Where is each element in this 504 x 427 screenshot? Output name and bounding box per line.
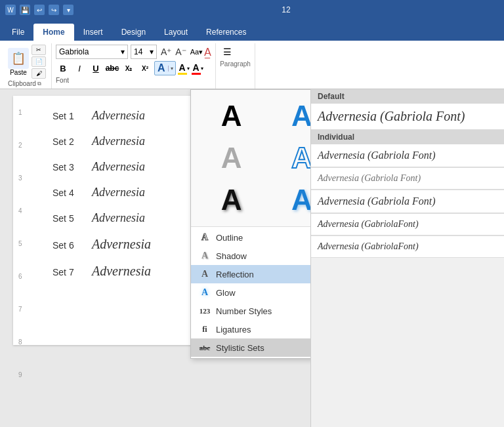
menu-item-reflection[interactable]: A Reflection [191, 265, 310, 283]
document-area: 1 2 3 4 5 6 7 8 9 Set 1 Advernesia Set 2… [0, 89, 310, 427]
effect-a-gray: A [221, 142, 242, 174]
font-row1: Gabriola ▾ 14 ▾ A⁺ A⁻ Aa▾ A̲ [56, 45, 211, 59]
tab-file[interactable]: File [3, 24, 33, 41]
tab-design[interactable]: Design [112, 24, 155, 41]
individual-preview-item-2: Advernesia (Gabriola Font) [311, 190, 504, 213]
menu-item-reflection-label: Reflection [216, 270, 254, 279]
font-case-buttons: Aa▾ A̲ [190, 46, 211, 58]
superscript-button[interactable]: X² [138, 61, 152, 75]
margin-numbers: 1 2 3 4 5 6 7 8 9 [18, 109, 22, 404]
font-color-button[interactable]: A ▾ [192, 62, 203, 75]
set-label-7: Set 7 [52, 267, 79, 277]
tab-references[interactable]: References [197, 24, 255, 41]
font-color-indicator: A [192, 62, 201, 75]
effect-a-blue: A [291, 100, 310, 132]
clipboard-label: Clipboard ⧉ [8, 79, 46, 89]
menu-item-glow-label: Glow [216, 288, 236, 298]
increase-font-size-button[interactable]: A⁺ [159, 47, 173, 57]
effect-cell-black-fill[interactable]: A [198, 96, 265, 136]
individual-preview-text-1: Advernesia (Gabriola Font) [318, 173, 497, 184]
doc-text-2: Advernesia [92, 134, 145, 148]
number-styles-icon: 123 [199, 305, 211, 317]
effect-cell-blue-shadow[interactable]: A [268, 180, 310, 220]
underline-button[interactable]: U [89, 61, 103, 75]
customize-icon[interactable]: ▾ [63, 5, 74, 15]
margin-num-6: 6 [18, 273, 22, 306]
font-section-label: Font [56, 77, 211, 84]
margin-num-4: 4 [18, 207, 22, 240]
paragraph-buttons-row1: ☰ [220, 45, 251, 59]
menu-item-stylistic-sets[interactable]: abc Stylistic Sets ▶ [191, 338, 310, 357]
menu-item-number-styles[interactable]: 123 Number Styles [191, 302, 310, 320]
undo-icon[interactable]: ↩ [34, 5, 45, 15]
clipboard-small-buttons: ✂ 📄 🖌 [32, 45, 46, 79]
effect-a-black: A [221, 100, 242, 132]
individual-preview-item-3: Advernesia (GabriolaFont) [311, 214, 504, 235]
menu-item-ligatures-label: Ligatures [216, 325, 251, 335]
font-size-dropdown[interactable]: 14 ▾ [131, 45, 157, 59]
font-color-arrow: ▾ [201, 66, 203, 71]
font-size-value: 14 [134, 47, 142, 56]
margin-num-8: 8 [18, 338, 22, 371]
clipboard-section: 📋 Paste ✂ 📄 🖌 Clipboard ⧉ [3, 43, 52, 89]
outline-icon: A [199, 232, 211, 243]
paste-icon: 📋 [8, 48, 29, 69]
format-painter-button[interactable]: 🖌 [32, 68, 46, 79]
individual-preview-text-4: Advernesia (GabriolaFont) [318, 241, 497, 252]
effect-cell-gray[interactable]: A [198, 138, 265, 178]
highlight-color-indicator: A [178, 62, 187, 75]
paste-label: Paste [10, 69, 27, 76]
individual-preview-text-2: Advernesia (Gabriola Font) [318, 195, 497, 207]
decrease-font-size-button[interactable]: A⁻ [174, 47, 187, 57]
text-effects-arrow: ▾ [168, 66, 175, 71]
bullets-button[interactable]: ☰ [220, 45, 234, 59]
glow-icon: A [199, 287, 211, 298]
clear-formatting-button[interactable]: A̲ [204, 46, 211, 58]
default-preview-item: Advernesia (Gabriola Font) [311, 104, 504, 130]
menu-item-outline-label: Outline [216, 233, 243, 243]
strikethrough-button[interactable]: abc [105, 61, 119, 75]
menu-item-shadow[interactable]: A Shadow [191, 247, 310, 265]
font-row2: B I U abc X₂ X² A ▾ A ▾ A [56, 61, 211, 75]
word-icon: W [5, 5, 16, 15]
effect-cell-black-shadow[interactable]: A [198, 180, 265, 220]
tab-insert[interactable]: Insert [74, 24, 112, 41]
default-preview-text: Advernesia (Gabriola Font) [318, 109, 497, 124]
font-name-dropdown[interactable]: Gabriola ▾ [56, 45, 128, 59]
shadow-icon: A [199, 250, 211, 262]
reflection-icon: A [199, 268, 211, 280]
change-case-button[interactable]: Aa▾ [190, 48, 203, 56]
menu-item-outline[interactable]: A Outline [191, 228, 310, 247]
set-label-6: Set 6 [52, 240, 79, 251]
save-icon[interactable]: 💾 [20, 5, 30, 15]
menu-item-glow[interactable]: A Glow [191, 283, 310, 302]
italic-button[interactable]: I [72, 61, 87, 75]
font-dropdown-arrow: ▾ [121, 47, 125, 56]
redo-icon[interactable]: ↪ [49, 5, 59, 15]
effect-cell-blue-outline[interactable]: A [268, 138, 310, 178]
effect-cell-blue-fill[interactable]: A [268, 96, 310, 136]
paste-button[interactable]: 📋 Paste [8, 48, 29, 76]
tab-layout[interactable]: Layout [155, 24, 197, 41]
bold-button[interactable]: B [56, 61, 70, 75]
individual-preview-item-0: Advernesia (Gabriola Font) [311, 144, 504, 167]
individual-preview-item-1: Advernesia (Gabriola Font) [311, 168, 504, 190]
font-section: Gabriola ▾ 14 ▾ A⁺ A⁻ Aa▾ A̲ B I U abc X… [52, 43, 216, 89]
doc-text-5: Advernesia [92, 211, 145, 225]
tab-home[interactable]: Home [33, 24, 74, 41]
default-section-header: Default [311, 89, 504, 104]
paragraph-section: ☰ Paragraph [216, 43, 255, 89]
cut-button[interactable]: ✂ [32, 45, 46, 55]
subscript-button[interactable]: X₂ [121, 61, 136, 75]
clipboard-expand-icon[interactable]: ⧉ [37, 81, 41, 87]
highlight-color-button[interactable]: A ▾ [178, 62, 190, 75]
text-effects-button[interactable]: A ▾ [154, 61, 176, 75]
individual-preview-text-3: Advernesia (GabriolaFont) [318, 219, 497, 230]
highlight-color-bar [178, 73, 187, 75]
stylistic-sets-icon: abc [199, 342, 211, 354]
menu-item-ligatures[interactable]: fi Ligatures [191, 320, 310, 338]
margin-num-7: 7 [18, 306, 22, 338]
copy-button[interactable]: 📄 [32, 56, 46, 67]
text-effects-menu: A Outline A Shadow A Reflection A Glow 1… [191, 226, 310, 358]
individual-section-header: Individual [311, 130, 504, 144]
